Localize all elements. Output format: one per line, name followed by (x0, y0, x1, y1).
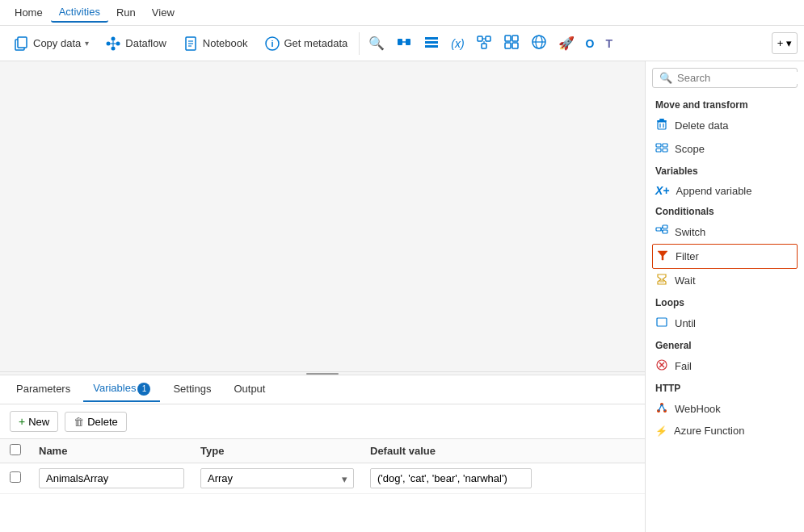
panel-item-wait[interactable]: Wait (646, 269, 804, 292)
globe-button[interactable] (527, 30, 551, 57)
panel-item-azure-function[interactable]: ⚡ Azure Function (646, 421, 804, 441)
until-icon (655, 316, 668, 331)
type-select-container: Array String Boolean Integer ▾ (200, 468, 354, 488)
header-default: Default value (370, 445, 635, 457)
tab-output[interactable]: Output (224, 378, 275, 401)
list-button[interactable] (419, 30, 444, 57)
scope-label: Scope (675, 143, 705, 155)
svg-rect-1 (18, 37, 27, 48)
svg-rect-40 (663, 149, 667, 152)
append-variable-label: Append variable (676, 185, 752, 197)
toolbar: Copy data ▾ Dataflow Notebook (0, 26, 804, 61)
scope-icon (655, 141, 668, 157)
panel-item-filter[interactable]: Filter (652, 244, 798, 269)
bottom-actions: + New 🗑 Delete (0, 404, 645, 439)
panel-item-delete-data[interactable]: Delete data (646, 114, 804, 137)
toolbar-more-button[interactable]: + ▾ (772, 32, 798, 54)
tab-settings[interactable]: Settings (163, 378, 221, 401)
svg-point-2 (107, 41, 111, 45)
header-checkbox-col (10, 444, 39, 458)
svg-rect-18 (425, 41, 438, 44)
search-box[interactable]: 🔍 (652, 68, 798, 88)
svg-rect-38 (663, 144, 667, 147)
teams-icon: T (606, 37, 613, 50)
svg-rect-42 (663, 225, 667, 228)
header-name: Name (39, 445, 200, 457)
main-layout: Parameters Variables1 Settings Output + … (0, 61, 804, 532)
menu-view[interactable]: View (144, 3, 183, 22)
panel-item-switch[interactable]: Switch (646, 220, 804, 244)
copy-data-button[interactable]: Copy data ▾ (6, 31, 95, 56)
until-label: Until (675, 317, 696, 329)
delete-data-icon (655, 118, 668, 133)
panel-item-until[interactable]: Until (646, 312, 804, 335)
search-toolbar-button[interactable]: 🔍 (364, 31, 389, 55)
svg-rect-43 (663, 230, 667, 233)
copy-data-dropdown-icon: ▾ (85, 39, 89, 48)
svg-rect-15 (406, 39, 410, 45)
webhook-label: WebHook (675, 403, 721, 415)
notebook-icon (183, 36, 199, 52)
tab-variables[interactable]: Variables1 (83, 377, 160, 402)
toolbar-more-label: + ▾ (777, 37, 792, 49)
select-all-checkbox[interactable] (10, 444, 21, 455)
variables-badge: 1 (137, 383, 150, 396)
teams-button[interactable]: T (602, 33, 617, 54)
new-button[interactable]: + New (10, 411, 58, 432)
get-metadata-label: Get metadata (284, 37, 348, 49)
tab-parameters[interactable]: Parameters (6, 378, 80, 401)
switch-icon (655, 224, 668, 240)
svg-rect-32 (659, 119, 664, 120)
svg-point-4 (112, 46, 116, 50)
right-panel: 🔍 Move and transform Delete data (645, 61, 804, 532)
get-metadata-icon: i (264, 36, 280, 52)
switch-label: Switch (675, 226, 705, 238)
name-input[interactable] (39, 468, 184, 488)
webhook-icon (655, 401, 668, 417)
template-button[interactable] (499, 30, 524, 57)
copy-data-icon (13, 36, 29, 52)
section-conditionals-label: Conditionals (646, 201, 804, 220)
dataflow-icon (105, 36, 121, 52)
formula-button[interactable]: (x) (447, 33, 468, 54)
outlook-button[interactable]: O (582, 33, 599, 54)
outlook-icon: O (586, 37, 595, 50)
get-metadata-button[interactable]: i Get metadata (258, 31, 355, 56)
panel-item-webhook[interactable]: WebHook (646, 397, 804, 421)
svg-line-44 (661, 227, 663, 229)
type-select[interactable]: Array String Boolean Integer (200, 468, 354, 488)
default-value-input[interactable] (370, 468, 532, 488)
search-input[interactable] (677, 72, 804, 84)
dataflow-button[interactable]: Dataflow (99, 31, 173, 56)
panel-item-scope[interactable]: Scope (646, 137, 804, 161)
menu-home[interactable]: Home (6, 3, 51, 22)
delete-button[interactable]: 🗑 Delete (65, 412, 127, 432)
svg-rect-27 (505, 43, 511, 48)
flow-button[interactable] (472, 30, 496, 57)
copy-data-label: Copy data (33, 37, 81, 49)
template-icon (503, 34, 520, 52)
flag-button[interactable]: 🚀 (554, 31, 579, 55)
delete-data-label: Delete data (675, 119, 729, 132)
table-header: Name Type Default value (0, 439, 645, 463)
section-general-label: General (646, 335, 804, 354)
svg-rect-26 (512, 36, 518, 41)
flag-icon: 🚀 (558, 36, 575, 51)
menu-activities[interactable]: Activities (51, 2, 108, 23)
formula-icon: (x) (451, 37, 464, 50)
bottom-tabs: Parameters Variables1 Settings Output (0, 375, 645, 404)
notebook-label: Notebook (203, 37, 248, 49)
azure-function-icon: ⚡ (655, 425, 667, 437)
dataflow-label: Dataflow (125, 37, 166, 49)
canvas-workspace[interactable] (0, 61, 645, 371)
new-icon: + (19, 415, 25, 428)
pipeline-button[interactable] (392, 30, 416, 57)
panel-item-fail[interactable]: Fail (646, 354, 804, 378)
menu-run[interactable]: Run (108, 3, 144, 22)
svg-marker-47 (658, 274, 666, 284)
row-checkbox[interactable] (10, 471, 21, 483)
azure-function-label: Azure Function (674, 425, 744, 437)
panel-item-append-variable[interactable]: X+ Append variable (646, 180, 804, 201)
notebook-button[interactable]: Notebook (176, 31, 255, 56)
wait-icon (655, 273, 668, 288)
